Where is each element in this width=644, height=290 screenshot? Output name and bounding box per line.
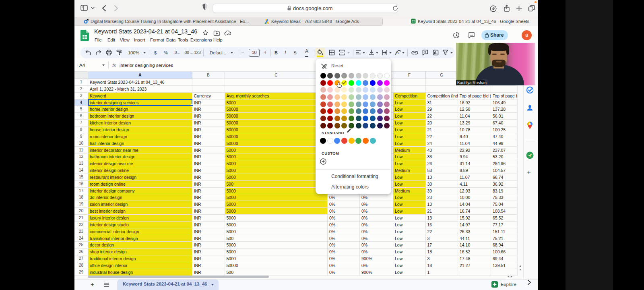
svg-text:A: A (396, 51, 399, 55)
